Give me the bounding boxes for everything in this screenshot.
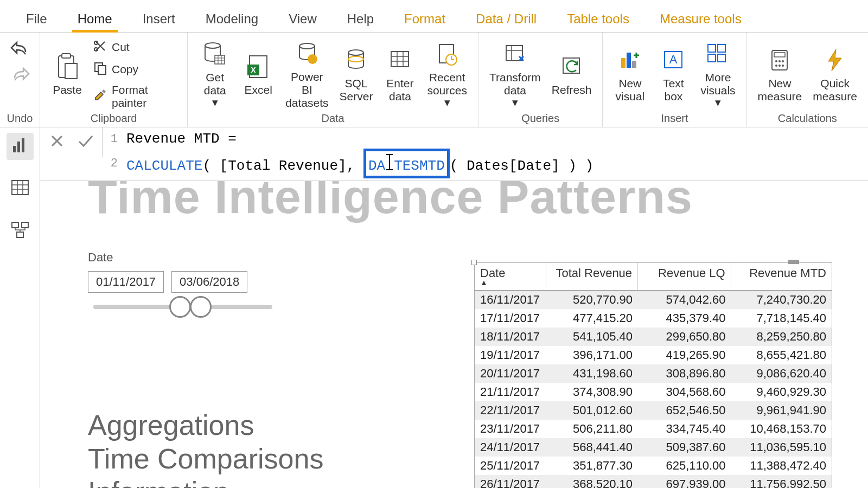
format-painter-button[interactable]: Format painter — [91, 82, 180, 111]
excel-button[interactable]: X Excel — [239, 51, 278, 98]
col-header-mtd[interactable]: Revenue MTD — [731, 263, 832, 290]
table-row[interactable]: 26/11/2017368,520.10697,939.0011,756,992… — [475, 475, 832, 488]
ribbon-body: Undo Paste Cut Copy Format painter — [0, 33, 868, 127]
table-row[interactable]: 24/11/2017568,441.40509,387.6011,036,595… — [475, 438, 832, 457]
drag-handle[interactable] — [788, 260, 799, 264]
redo-icon[interactable] — [10, 66, 30, 85]
get-data-button[interactable]: Get data ▾ — [195, 38, 234, 110]
cell-total: 374,308.90 — [546, 383, 638, 401]
model-view-button[interactable] — [7, 217, 34, 245]
tab-insert[interactable]: Insert — [127, 6, 190, 32]
tab-measuretools[interactable]: Measure tools — [644, 6, 757, 32]
table-row[interactable]: 20/11/2017431,198.60308,896.809,086,620.… — [475, 364, 832, 383]
formula-editor[interactable]: 1 Revenue MTD = 2 CALCULATE( [Total Reve… — [103, 127, 868, 181]
report-icon — [11, 137, 29, 156]
table-row[interactable]: 21/11/2017374,308.90304,568.609,460,929.… — [475, 383, 832, 401]
cell-mtd: 8,259,250.80 — [731, 328, 832, 346]
refresh-label: Refresh — [552, 84, 592, 97]
recent-sources-label: Recent sources — [427, 71, 467, 97]
transform-data-button[interactable]: Transform data ▾ — [486, 38, 544, 110]
group-label-queries: Queries — [521, 112, 559, 126]
new-visual-label: New visual — [616, 77, 645, 103]
table-row[interactable]: 25/11/2017351,877.30625,110.0011,388,472… — [475, 457, 832, 475]
cell-mtd: 7,718,145.40 — [731, 309, 832, 328]
cell-date: 25/11/2017 — [475, 457, 546, 475]
table-row[interactable]: 22/11/2017501,012.60652,546.509,961,941.… — [475, 401, 832, 420]
quick-measure-button[interactable]: Quick measure — [809, 44, 860, 104]
paste-button[interactable]: Paste — [48, 51, 87, 98]
table-row[interactable]: 19/11/2017396,171.00419,265.908,655,421.… — [475, 346, 832, 364]
more-visuals-button[interactable]: More visuals ▾ — [697, 38, 738, 110]
report-view-button[interactable] — [7, 133, 34, 160]
scrollbar[interactable] — [829, 350, 833, 488]
category-item[interactable]: Aggregations — [88, 409, 323, 442]
pbi-datasets-label: Power BI datasets — [285, 70, 328, 110]
table-row[interactable]: 16/11/2017520,770.90574,042.607,240,730.… — [475, 291, 832, 309]
tab-help[interactable]: Help — [332, 6, 389, 32]
recent-icon — [431, 40, 463, 69]
clipboard-icon — [51, 52, 84, 81]
formula-line-1: Revenue MTD = — [126, 130, 237, 149]
get-data-label: Get data — [204, 71, 226, 97]
table-visual[interactable]: Date ▲ Total Revenue Revenue LQ Revenue … — [474, 262, 832, 488]
datasets-icon — [291, 39, 323, 68]
date-from-input[interactable]: 01/11/2017 — [88, 271, 164, 293]
undo-icon[interactable] — [10, 40, 30, 59]
svg-point-14 — [348, 50, 363, 55]
sql-server-button[interactable]: SQL Server — [336, 44, 376, 104]
date-to-input[interactable]: 03/06/2018 — [171, 271, 247, 293]
transform-icon — [499, 40, 531, 69]
paintbrush-icon — [93, 88, 107, 105]
date-slider[interactable] — [93, 305, 272, 309]
copy-label: Copy — [112, 63, 138, 76]
col-header-date[interactable]: Date ▲ — [475, 263, 546, 290]
tab-tabletools[interactable]: Table tools — [552, 6, 644, 32]
excel-label: Excel — [244, 84, 272, 97]
recent-sources-button[interactable]: Recent sources ▾ — [424, 38, 470, 110]
text-icon: A — [657, 46, 690, 75]
calculate-fn: CALCULATE — [126, 158, 202, 174]
new-measure-button[interactable]: New measure — [755, 44, 806, 104]
table-row[interactable]: 18/11/2017541,105.40299,650.808,259,250.… — [475, 328, 832, 346]
svg-rect-28 — [708, 54, 716, 62]
category-item[interactable]: Information — [88, 476, 323, 488]
svg-rect-42 — [12, 222, 18, 228]
refresh-button[interactable]: Refresh — [548, 51, 595, 98]
cancel-formula-button[interactable] — [48, 132, 66, 152]
category-item[interactable]: Time Comparisons — [88, 442, 323, 476]
cell-lq: 299,650.80 — [638, 328, 731, 346]
slider-handle-from[interactable] — [169, 296, 191, 318]
line-number: 2 — [109, 156, 118, 172]
new-visual-button[interactable]: New visual — [610, 44, 649, 104]
sql-label: SQL Server — [340, 77, 373, 103]
slider-handle-to[interactable] — [190, 296, 212, 318]
table-row[interactable]: 17/11/2017477,415.20435,379.407,718,145.… — [475, 309, 832, 328]
cell-mtd: 9,961,941.90 — [731, 401, 832, 420]
cell-lq: 625,110.00 — [638, 457, 731, 475]
data-view-button[interactable] — [7, 175, 34, 202]
svg-rect-21 — [621, 58, 626, 68]
tab-modeling[interactable]: Modeling — [190, 6, 273, 32]
table-row[interactable]: 23/11/2017506,211.80334,745.4010,468,153… — [475, 420, 832, 438]
tab-file[interactable]: File — [11, 6, 62, 32]
col-header-total[interactable]: Total Revenue — [546, 263, 638, 290]
enter-data-button[interactable]: Enter data — [380, 44, 419, 104]
tab-format[interactable]: Format — [389, 6, 461, 32]
report-canvas[interactable]: Time Intelligence Patterns Date 01/11/20… — [40, 181, 868, 488]
pbi-datasets-button[interactable]: Power BI datasets — [282, 38, 331, 111]
col-header-lq[interactable]: Revenue LQ — [638, 263, 731, 290]
svg-point-4 — [94, 41, 98, 44]
datesmtd-highlight: DATESMTD — [363, 149, 450, 178]
copy-button[interactable]: Copy — [91, 60, 180, 79]
date-slicer[interactable]: Date 01/11/2017 03/06/2018 — [88, 251, 272, 309]
svg-rect-29 — [718, 54, 725, 62]
commit-formula-button[interactable] — [76, 132, 94, 152]
tab-home[interactable]: Home — [62, 6, 127, 32]
cell-date: 16/11/2017 — [475, 291, 546, 309]
svg-point-33 — [778, 60, 781, 62]
cut-button[interactable]: Cut — [91, 38, 180, 57]
resize-handle[interactable] — [471, 260, 477, 265]
tab-view[interactable]: View — [273, 6, 332, 32]
tab-datadrill[interactable]: Data / Drill — [461, 6, 552, 32]
text-box-button[interactable]: A Text box — [654, 44, 693, 104]
